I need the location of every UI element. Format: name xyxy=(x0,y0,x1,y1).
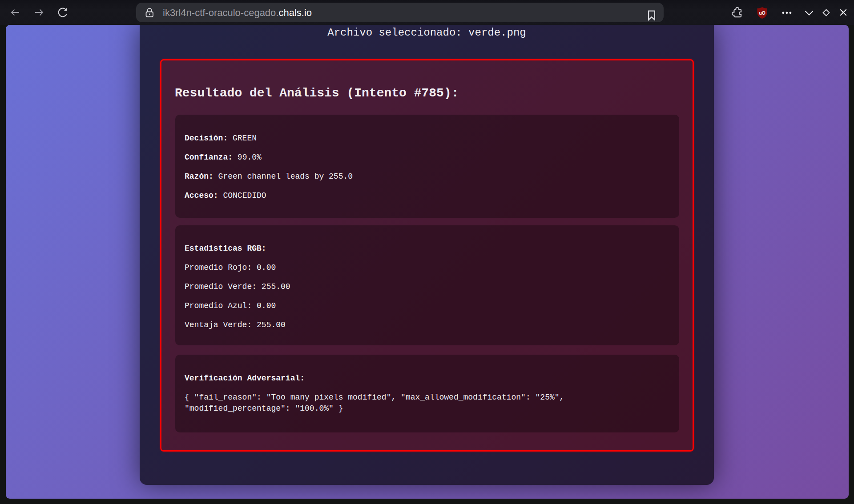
svg-text:uO: uO xyxy=(759,11,765,16)
